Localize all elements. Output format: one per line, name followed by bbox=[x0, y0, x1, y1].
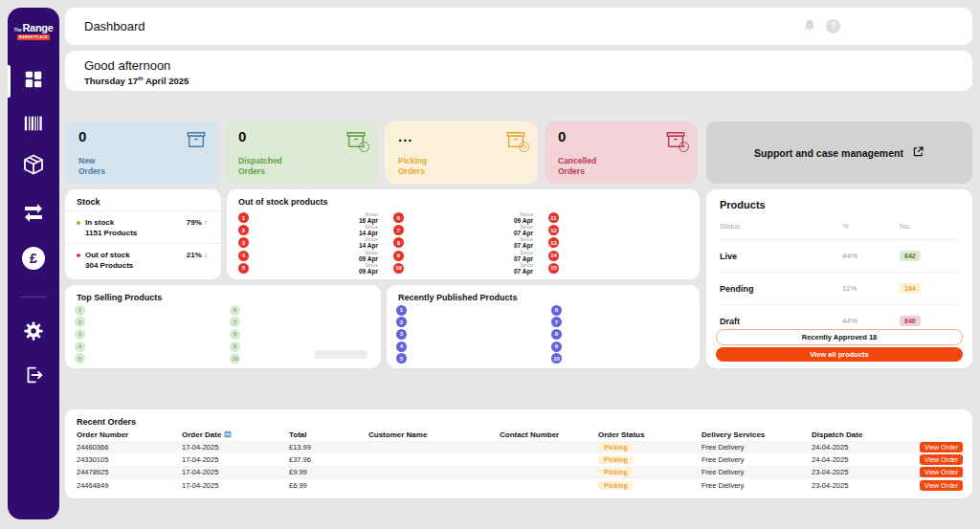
top-selling-item[interactable]: 4 bbox=[75, 341, 230, 353]
stock-row: Out of stock 304 Products 21% ↓ bbox=[65, 243, 221, 276]
recently-approved-button[interactable]: Recently Approved 18 bbox=[716, 329, 963, 345]
out-of-stock-item[interactable]: 7 Since 07 Apr bbox=[393, 224, 539, 236]
help-icon[interactable]: ? bbox=[826, 19, 840, 33]
recently-published-title: Recently Published Products bbox=[398, 293, 518, 302]
col-order-date[interactable]: Order Date bbox=[182, 430, 289, 440]
sidebar-item-transfers[interactable] bbox=[21, 202, 46, 227]
col-no: No. bbox=[900, 222, 959, 231]
product-status: Pending bbox=[720, 284, 842, 294]
top-selling-item[interactable]: 8 bbox=[230, 328, 371, 341]
out-of-stock-item[interactable]: 9 Since 07 Apr bbox=[393, 250, 539, 262]
out-of-stock-item[interactable]: 10 Since 07 Apr bbox=[393, 262, 539, 275]
col-pct: % bbox=[842, 222, 900, 231]
sidebar-item-dashboard[interactable] bbox=[21, 69, 46, 94]
recently-published-item[interactable]: 7 bbox=[551, 317, 690, 329]
sidebar-item-finance[interactable]: £ bbox=[21, 246, 46, 271]
out-of-stock-item[interactable]: 4 Since 09 Apr bbox=[238, 250, 384, 262]
col-total: Total bbox=[289, 430, 368, 439]
rank-badge: 13 bbox=[548, 237, 559, 248]
notifications-bell-icon[interactable] bbox=[802, 18, 817, 37]
order-row: 24460366 17-04-2025 £13.99 Picking Free … bbox=[77, 441, 965, 453]
view-order-button[interactable]: View Order bbox=[920, 467, 963, 477]
trend-arrow-icon: ↓ bbox=[204, 251, 208, 259]
top-selling-item[interactable]: 1 bbox=[75, 304, 230, 317]
dispatch-date: 23-04-2025 bbox=[812, 468, 913, 476]
delivery-service: Free Delivery bbox=[702, 481, 812, 490]
view-all-products-button[interactable]: View all products bbox=[716, 347, 963, 362]
view-order-button[interactable]: View Order bbox=[920, 454, 963, 465]
order-stat-card[interactable]: ... ◷ Picking Orders bbox=[385, 121, 538, 184]
top-selling-item[interactable]: 5 bbox=[75, 352, 230, 364]
since-block: Since 07 Apr bbox=[514, 224, 539, 236]
out-of-stock-item[interactable]: 13 bbox=[548, 236, 694, 249]
order-stat-card[interactable]: 0 New Orders bbox=[65, 121, 218, 184]
page-title: Dashboard bbox=[84, 19, 145, 33]
recent-orders-header: Order Number Order Date Total Customer N… bbox=[77, 429, 965, 441]
order-stat-card[interactable]: 0 ✓ Dispatched Orders bbox=[225, 121, 378, 184]
out-of-stock-item[interactable]: 5 Since 09 Apr bbox=[238, 262, 384, 275]
stat-value: 0 bbox=[558, 128, 567, 144]
rank-badge: 12 bbox=[548, 225, 559, 235]
recently-published-item[interactable]: 6 bbox=[551, 304, 690, 317]
dashboard-screen: The Range MARKETPLACE £ bbox=[0, 0, 980, 529]
range-marketplace-logo[interactable]: The Range MARKETPLACE bbox=[8, 23, 59, 40]
recently-published-item[interactable]: 8 bbox=[551, 328, 690, 341]
stat-label: Cancelled Orders bbox=[558, 156, 596, 177]
recently-published-item[interactable]: 4 bbox=[396, 341, 551, 353]
view-order-button[interactable]: View Order bbox=[920, 442, 963, 452]
top-selling-title: Top Selling Products bbox=[77, 293, 162, 302]
col-order-number: Order Number bbox=[77, 430, 182, 439]
col-status: Status bbox=[720, 222, 842, 231]
out-of-stock-item[interactable]: 15 bbox=[548, 262, 694, 275]
parcel-icon: ◷ bbox=[505, 129, 526, 150]
recently-published-item[interactable]: 3 bbox=[396, 328, 551, 341]
top-selling-item[interactable]: 7 bbox=[230, 317, 371, 329]
products-table: Status % No. Live 44% 642 Pending 11% 16 bbox=[720, 218, 959, 338]
sidebar-item-orders[interactable] bbox=[21, 154, 46, 179]
out-of-stock-item[interactable]: 1 Since 16 Apr bbox=[238, 211, 384, 224]
recently-published-item[interactable]: 5 bbox=[396, 352, 551, 364]
stat-overlay-icon: × bbox=[679, 142, 689, 152]
sidebar-item-listings[interactable] bbox=[21, 113, 46, 138]
recently-published-item[interactable]: 9 bbox=[551, 341, 690, 353]
product-status: Draft bbox=[720, 317, 842, 326]
stat-value: 0 bbox=[78, 128, 87, 144]
dispatch-date: 24-04-2025 bbox=[812, 455, 913, 464]
out-of-stock-item[interactable]: 8 Since 07 Apr bbox=[393, 236, 539, 249]
order-date: 17-04-2025 bbox=[182, 455, 289, 464]
top-selling-item[interactable]: 2 bbox=[75, 317, 230, 329]
stock-count: 304 Products bbox=[85, 261, 133, 270]
out-of-stock-item[interactable]: 6 Since 09 Apr bbox=[393, 211, 539, 224]
order-stat-card[interactable]: 0 × Cancelled Orders bbox=[545, 121, 698, 184]
recently-published-item[interactable]: 1 bbox=[396, 304, 551, 317]
out-of-stock-item[interactable]: 3 Since 14 Apr bbox=[238, 236, 384, 249]
sidebar-item-settings[interactable] bbox=[21, 320, 46, 345]
out-of-stock-item[interactable]: 2 Since 14 Apr bbox=[238, 224, 384, 236]
out-of-stock-panel: Out of stock products 1 Since 16 Apr 2 S… bbox=[227, 189, 700, 279]
out-of-stock-item[interactable]: 14 bbox=[548, 250, 694, 262]
rank-badge: 14 bbox=[548, 251, 559, 261]
order-row: 24330105 17-04-2025 £37.96 Picking Free … bbox=[77, 453, 965, 466]
top-selling-item[interactable]: 3 bbox=[75, 328, 230, 341]
product-status: Live bbox=[720, 252, 842, 261]
recently-published-item[interactable]: 10 bbox=[551, 352, 690, 364]
header-bar: Dashboard ? bbox=[65, 8, 972, 45]
out-of-stock-item[interactable]: 12 bbox=[548, 224, 694, 236]
recently-published-item[interactable]: 2 bbox=[396, 317, 551, 329]
support-label: Support and case management bbox=[754, 147, 903, 159]
top-selling-item[interactable]: 6 bbox=[230, 304, 371, 317]
barcode-icon bbox=[23, 113, 44, 138]
package-icon bbox=[22, 153, 45, 180]
support-case-management-button[interactable]: Support and case management bbox=[706, 121, 972, 184]
stock-rows: In stock 1151 Products 79% ↑ Out of stoc… bbox=[65, 210, 221, 276]
stock-panel: Stock In stock 1151 Products 79% ↑ Out o… bbox=[65, 189, 221, 279]
stat-label: Dispatched Orders bbox=[238, 156, 282, 177]
calendar-filter-icon[interactable] bbox=[224, 430, 232, 440]
view-order-button[interactable]: View Order bbox=[920, 480, 963, 491]
pound-sterling-icon: £ bbox=[22, 247, 45, 270]
out-of-stock-item[interactable]: 11 bbox=[548, 211, 694, 224]
rank-badge: 8 bbox=[230, 329, 240, 340]
sidebar-item-logout[interactable] bbox=[21, 364, 46, 389]
rank-badge: 4 bbox=[75, 342, 85, 352]
recently-published-list: 1 2 3 4 5 6 bbox=[396, 304, 690, 364]
